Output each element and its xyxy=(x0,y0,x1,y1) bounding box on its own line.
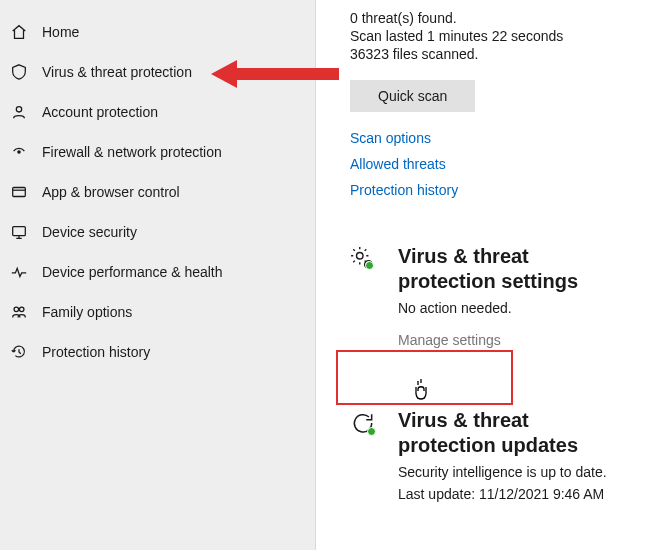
sidebar-item-performance[interactable]: Device performance & health xyxy=(0,252,315,292)
sidebar-item-home[interactable]: Home xyxy=(0,12,315,52)
updates-last: Last update: 11/12/2021 9:46 AM xyxy=(398,486,629,502)
manage-settings-link[interactable]: Manage settings xyxy=(398,332,629,348)
sidebar-item-label: Device performance & health xyxy=(42,264,223,280)
updates-section: Virus & threat protection updates Securi… xyxy=(350,408,629,502)
quick-scan-button[interactable]: Quick scan xyxy=(350,80,475,112)
sidebar-item-label: App & browser control xyxy=(42,184,180,200)
settings-section: Virus & threat protection settings No ac… xyxy=(350,244,629,348)
sidebar-item-device-security[interactable]: Device security xyxy=(0,212,315,252)
sidebar-item-label: Family options xyxy=(42,304,132,320)
main-content: 0 threat(s) found. Scan lasted 1 minutes… xyxy=(316,0,647,550)
settings-gear-icon xyxy=(350,246,376,275)
sidebar-item-label: Firewall & network protection xyxy=(42,144,222,160)
health-icon xyxy=(8,263,30,281)
sidebar-item-family[interactable]: Family options xyxy=(0,292,315,332)
sidebar-item-account[interactable]: Account protection xyxy=(0,92,315,132)
sidebar-item-label: Home xyxy=(42,24,79,40)
settings-title: Virus & threat protection settings xyxy=(398,244,629,294)
updates-title: Virus & threat protection updates xyxy=(398,408,629,458)
protection-history-link[interactable]: Protection history xyxy=(350,182,629,198)
sidebar-item-virus-threat[interactable]: Virus & threat protection xyxy=(0,52,315,92)
svg-point-1 xyxy=(18,151,20,153)
sidebar-item-history[interactable]: Protection history xyxy=(0,332,315,372)
status-ok-badge xyxy=(365,261,374,270)
svg-point-0 xyxy=(16,107,21,112)
sidebar: Home Virus & threat protection Account p… xyxy=(0,0,316,550)
updates-refresh-icon xyxy=(350,410,376,439)
svg-point-5 xyxy=(19,307,24,312)
svg-rect-2 xyxy=(13,188,26,197)
svg-rect-3 xyxy=(13,227,26,236)
scan-options-link[interactable]: Scan options xyxy=(350,130,629,146)
home-icon xyxy=(8,23,30,41)
shield-icon xyxy=(8,63,30,81)
sidebar-item-label: Protection history xyxy=(42,344,150,360)
sidebar-item-app-browser[interactable]: App & browser control xyxy=(0,172,315,212)
svg-point-6 xyxy=(357,253,364,260)
status-ok-badge xyxy=(367,427,376,436)
scan-duration: Scan lasted 1 minutes 22 seconds xyxy=(350,28,629,44)
account-icon xyxy=(8,103,30,121)
app-icon xyxy=(8,183,30,201)
sidebar-item-label: Virus & threat protection xyxy=(42,64,192,80)
threats-found: 0 threat(s) found. xyxy=(350,10,629,26)
device-icon xyxy=(8,223,30,241)
files-scanned: 36323 files scanned. xyxy=(350,46,629,62)
settings-status: No action needed. xyxy=(398,300,629,316)
wifi-icon xyxy=(8,143,30,161)
sidebar-item-label: Device security xyxy=(42,224,137,240)
history-icon xyxy=(8,343,30,361)
family-icon xyxy=(8,303,30,321)
svg-point-4 xyxy=(14,307,18,312)
updates-status: Security intelligence is up to date. xyxy=(398,464,629,480)
sidebar-item-firewall[interactable]: Firewall & network protection xyxy=(0,132,315,172)
allowed-threats-link[interactable]: Allowed threats xyxy=(350,156,629,172)
sidebar-item-label: Account protection xyxy=(42,104,158,120)
